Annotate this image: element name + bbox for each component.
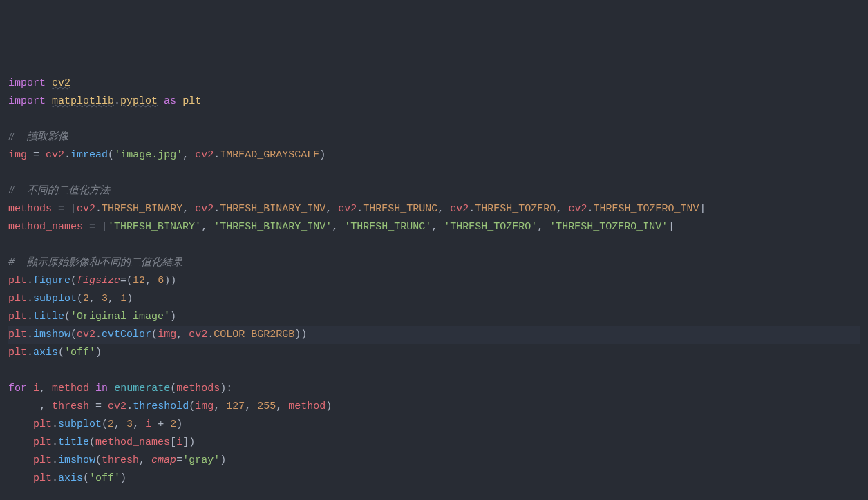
code-line: plt.subplot(2, 3, 1): [8, 290, 860, 308]
code-line: import cv2: [8, 75, 860, 93]
code-line: [8, 362, 860, 380]
code-line: plt.title(method_names[i]): [8, 434, 860, 452]
code-line: plt.subplot(2, 3, i + 2): [8, 416, 860, 434]
code-line: [8, 236, 860, 254]
code-editor[interactable]: import cv2import matplotlib.pyplot as pl…: [8, 75, 860, 500]
code-line: # 不同的二值化方法: [8, 182, 860, 200]
code-line: plt.title('Original image'): [8, 308, 860, 326]
code-line: plt.axis('off'): [8, 344, 860, 362]
code-line: plt.axis('off'): [8, 470, 860, 488]
code-line: [8, 110, 860, 128]
code-line: import matplotlib.pyplot as plt: [8, 93, 860, 110]
code-line: # 讀取影像: [8, 128, 860, 146]
code-line: method_names = ['THRESH_BINARY', 'THRESH…: [8, 218, 860, 236]
code-line: [8, 164, 860, 182]
code-line: for i, method in enumerate(methods):: [8, 380, 860, 398]
code-line: [8, 488, 860, 500]
code-line: # 顯示原始影像和不同的二值化結果: [8, 254, 860, 272]
code-line: img = cv2.imread('image.jpg', cv2.IMREAD…: [8, 146, 860, 164]
code-line: plt.imshow(thresh, cmap='gray'): [8, 452, 860, 470]
code-line: methods = [cv2.THRESH_BINARY, cv2.THRESH…: [8, 200, 860, 218]
code-line: plt.figure(figsize=(12, 6)): [8, 272, 860, 290]
code-line: _, thresh = cv2.threshold(img, 127, 255,…: [8, 398, 860, 416]
code-line-highlighted: plt.imshow(cv2.cvtColor(img, cv2.COLOR_B…: [8, 326, 860, 344]
